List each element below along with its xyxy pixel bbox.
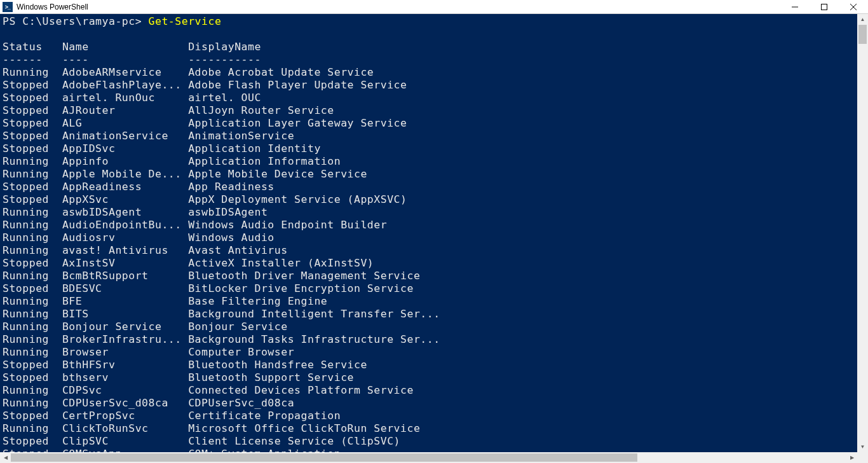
vertical-scrollbar-track[interactable] bbox=[857, 25, 868, 441]
scroll-down-button[interactable]: ▼ bbox=[857, 441, 868, 452]
window-title: Windows PowerShell bbox=[17, 3, 88, 11]
vertical-scrollbar-thumb[interactable] bbox=[858, 25, 867, 44]
scroll-left-button[interactable]: ◀ bbox=[0, 452, 11, 463]
horizontal-scrollbar-track[interactable] bbox=[11, 452, 846, 463]
maximize-button[interactable] bbox=[810, 0, 839, 14]
powershell-icon bbox=[3, 2, 13, 12]
scrollbar-corner bbox=[857, 452, 868, 463]
horizontal-scrollbar[interactable]: ◀ ▶ bbox=[0, 452, 868, 463]
powershell-window: Windows PowerShell PS C:\Users\ramya-pc>… bbox=[0, 0, 868, 463]
prompt-text: PS C:\Users\ramya-pc> bbox=[3, 15, 149, 27]
scroll-right-button[interactable]: ▶ bbox=[846, 452, 857, 463]
minimize-button[interactable] bbox=[780, 0, 810, 14]
scroll-up-button[interactable]: ▲ bbox=[857, 14, 868, 25]
vertical-scrollbar[interactable]: ▲ ▼ bbox=[857, 14, 868, 452]
content-area: PS C:\Users\ramya-pc> Get-Service Status… bbox=[0, 14, 868, 452]
terminal-output[interactable]: PS C:\Users\ramya-pc> Get-Service Status… bbox=[0, 14, 857, 452]
command-text: Get-Service bbox=[149, 15, 222, 27]
horizontal-scrollbar-thumb[interactable] bbox=[11, 453, 637, 462]
svg-rect-1 bbox=[822, 4, 827, 10]
titlebar[interactable]: Windows PowerShell bbox=[0, 0, 868, 14]
close-button[interactable] bbox=[839, 0, 868, 14]
